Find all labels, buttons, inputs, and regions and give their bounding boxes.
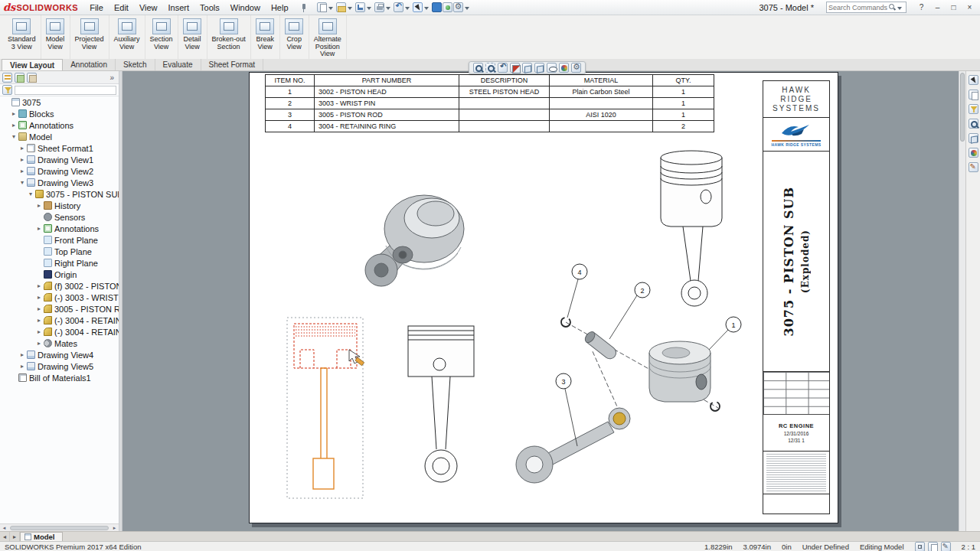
status-sheet-icon[interactable] [928,542,938,551]
clipboard-icon[interactable] [969,90,978,99]
rebuild-icon[interactable] [443,2,452,12]
canvas-vertical-scrollbar[interactable] [959,71,965,531]
tree-item-blocks[interactable]: ▸Blocks [0,108,119,119]
tree-item-front-plane[interactable]: Front Plane [0,234,119,246]
tree-item-drawing-view1[interactable]: ▸Drawing View1 [0,154,119,165]
balloon-2[interactable]: 2 [609,282,650,339]
expand-arrow-icon[interactable]: ▸ [35,294,43,301]
previous-view-icon[interactable] [498,63,508,73]
tree-item-sensors[interactable]: Sensors [0,211,119,223]
section-view-icon[interactable] [510,63,520,73]
expand-arrow-icon[interactable]: ▸ [35,328,43,335]
featuremanager-tab-icon[interactable] [2,73,12,83]
expand-arrow-icon[interactable]: ▾ [18,179,26,186]
zoom-fit-icon[interactable] [473,63,483,73]
bom-row[interactable]: 23003 - WRIST PIN1 [266,98,714,109]
expand-arrow-icon[interactable]: ▸ [18,363,26,370]
save-icon-caret[interactable] [367,7,371,12]
scroll-left-icon[interactable]: ◂ [0,525,8,531]
menu-edit[interactable]: Edit [109,2,134,14]
undo-icon[interactable] [394,2,403,12]
display-style-icon[interactable] [534,63,544,73]
expand-arrow-icon[interactable]: ▸ [18,351,26,358]
expand-arrow-icon[interactable]: ▾ [10,133,18,140]
scrollbar-thumb[interactable] [960,73,965,142]
menu-insert[interactable]: Insert [163,2,195,14]
ribbon-button-model-view[interactable]: Model View [41,15,70,59]
drawing-view-piston-front[interactable] [408,326,474,482]
tree-item-model[interactable]: ▾Model [0,131,119,142]
tree-item-sheet-format1[interactable]: ▸Sheet Format1 [0,142,119,154]
part-piston-rod[interactable] [516,408,630,483]
ribbon-button-break-view[interactable]: Break View [251,15,280,59]
tab-view-layout[interactable]: View Layout [2,59,63,70]
ribbon-button-standard-3-view[interactable]: Standard 3 View [3,15,41,59]
tree-item-drawing-view4[interactable]: ▸Drawing View4 [0,349,119,360]
pan-icon[interactable] [969,75,978,85]
part-retaining-ring-bottom[interactable] [710,402,720,411]
tree-item-annotations[interactable]: ▸Annotations [0,119,119,131]
tree-item-annotations[interactable]: ▸Annotations [0,223,119,234]
search-box[interactable] [826,2,906,13]
search-input[interactable] [828,4,888,11]
markup-icon[interactable] [969,162,978,172]
scale-icon[interactable] [915,542,925,551]
tree-item-right-plane[interactable]: Right Plane [0,257,119,269]
file-properties-icon[interactable] [432,2,442,12]
expand-arrow-icon[interactable]: ▸ [35,202,43,209]
filter-graphics-icon[interactable] [969,104,978,114]
propertymanager-tab-icon[interactable] [15,73,24,83]
drawing-view-sketch-selected[interactable] [287,318,364,498]
tab-model[interactable]: Model [20,532,63,541]
zoom-area-icon[interactable] [485,63,495,73]
options-gear-icon-caret[interactable] [465,7,469,12]
bom-row[interactable]: 33005 - PISTON RODAISI 10201 [266,109,714,121]
expand-arrow-icon[interactable]: ▸ [18,145,26,152]
drawing-view-piston-rod-front[interactable] [661,151,722,306]
tab-annotation[interactable]: Annotation [63,59,116,70]
tree-item-drawing-view2[interactable]: ▸Drawing View2 [0,165,119,177]
edit-appearance-icon[interactable] [559,63,569,73]
expand-arrow-icon[interactable]: ▸ [35,282,43,289]
ribbon-button-broken-out-section[interactable]: Broken-out Section [207,15,251,59]
sheet-tab-scroll-right-icon[interactable]: ▸ [10,532,20,541]
expand-arrow-icon[interactable]: ▾ [27,191,34,197]
new-document-icon-caret[interactable] [328,7,333,12]
select-arrow-icon[interactable] [413,2,423,12]
restore-button[interactable]: □ [946,2,961,14]
view-settings-icon[interactable] [571,63,581,73]
search-caret-icon[interactable] [897,7,902,12]
tree-item-origin[interactable]: Origin [0,269,119,280]
ribbon-button-auxiliary-view[interactable]: Auxiliary View [109,15,145,59]
tree-item-history[interactable]: ▸History [0,200,119,211]
bom-row[interactable]: 13002 - PISTON HEADSTEEL PISTON HEADPlai… [266,86,714,98]
print-icon[interactable] [374,2,384,12]
new-document-icon[interactable] [317,2,327,12]
tree-item-3075-piston-sub-expl[interactable]: ▾3075 - PISTON SUB (Expl [0,188,119,200]
part-piston-head[interactable] [649,341,710,402]
ribbon-button-projected-view[interactable]: Projected View [70,15,109,59]
open-icon[interactable] [336,2,346,12]
sketch-entities-red[interactable] [294,324,357,368]
expand-arrow-icon[interactable]: ▸ [35,317,43,324]
bom-row[interactable]: 43004 - RETAINING RING2 [266,121,714,132]
tab-evaluate[interactable]: Evaluate [155,59,201,70]
tree-item-3005-piston-rod[interactable]: ▸3005 - PISTON ROD< [0,303,119,315]
tree-filter-input[interactable] [15,86,116,95]
scrollbar-thumb[interactable] [10,526,109,530]
tree-horizontal-scrollbar[interactable]: ◂ ▸ [0,523,119,531]
menu-help[interactable]: Help [266,2,294,14]
options-gear-icon[interactable] [453,2,463,12]
balloon-3[interactable]: 3 [556,373,577,446]
view-orientation-icon[interactable] [522,63,532,73]
expand-arrow-icon[interactable]: ▸ [18,168,26,174]
tab-sketch[interactable]: Sketch [116,59,155,70]
status-edit-icon[interactable] [941,542,951,551]
hide-show-icon[interactable] [547,63,557,73]
scroll-right-icon[interactable]: ▸ [110,525,119,531]
help-button[interactable]: ? [914,2,929,14]
expand-arrow-icon[interactable]: ▸ [35,340,43,347]
ribbon-button-detail-view[interactable]: Detail View [178,15,207,59]
menu-window[interactable]: Window [225,2,266,14]
tree-item-3003-wrist-pin[interactable]: ▸(-) 3003 - WRIST PIN [0,292,119,303]
